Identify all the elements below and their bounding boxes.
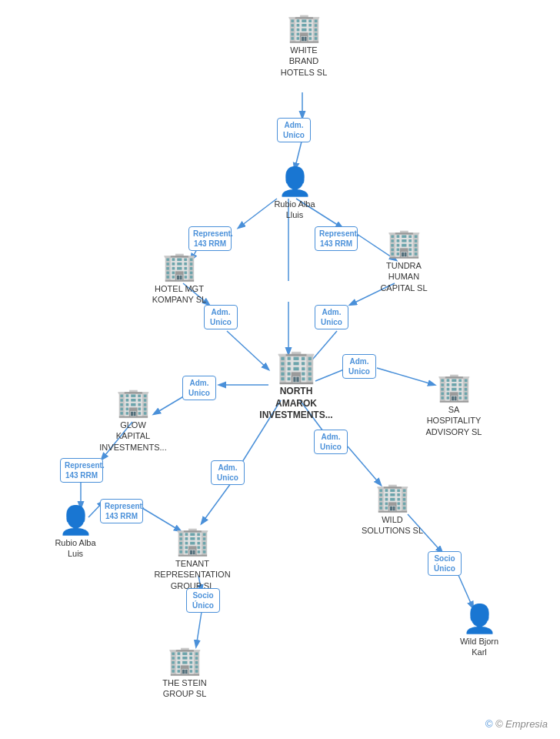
sa-hospitality-label: SA HOSPITALITY ADVISORY SL — [426, 404, 482, 437]
tundra-node: 🏢 TUNDRA HUMAN CAPITAL SL — [365, 229, 442, 293]
white-brand-node: 🏢 WHITE BRAND HOTELS SL — [269, 14, 338, 78]
socio-unico-badge-1: Socio Único — [428, 551, 462, 576]
tenant-rep-node: 🏢 TENANT REPRESENTATION GROUP SL — [150, 527, 235, 591]
white-brand-label: WHITE BRAND HOTELS SL — [281, 45, 328, 78]
wild-solutions-icon: 🏢 — [375, 483, 410, 511]
tenant-rep-label: TENANT REPRESENTATION GROUP SL — [154, 558, 230, 591]
svg-line-25 — [196, 612, 202, 647]
adm-unico-badge-1: Adm. Unico — [277, 118, 311, 142]
watermark: © © Empresia — [485, 718, 548, 730]
copyright-icon: © — [485, 718, 493, 730]
tenant-rep-icon: 🏢 — [175, 527, 210, 555]
north-amarok-label: NORTH AMAROK INVESTMENTS... — [259, 386, 332, 422]
hotel-mgt-node: 🏢 HOTEL MGT KOMPANY SL — [145, 252, 214, 306]
sa-hospitality-node: 🏢 SA HOSPITALITY ADVISORY SL — [415, 373, 492, 437]
glow-kapital-node: 🏢 GLOW KAPITAL INVESTMENTS... — [98, 389, 168, 453]
white-brand-icon: 🏢 — [287, 14, 322, 42]
watermark-text: © Empresia — [495, 718, 548, 730]
represent-143-badge-3: Represent. 143 RRM — [60, 458, 103, 483]
rubio-alba-top-label: Rubio Alba Lluis — [274, 199, 315, 221]
adm-unico-badge-5: Adm. Unico — [342, 354, 376, 379]
north-amarok-node: 🏢 NORTH AMAROK INVESTMENTS... — [254, 350, 338, 422]
wild-bjorn-icon: 👤 — [462, 605, 497, 633]
adm-unico-badge-2: Adm. Unico — [204, 305, 238, 329]
rubio-alba-bot-node: 👤 Rubio Alba Luis — [45, 507, 106, 560]
svg-line-19 — [202, 483, 231, 523]
adm-unico-badge-3: Adm. Unico — [315, 305, 348, 329]
diagram-container: 🏢 WHITE BRAND HOTELS SL 👤 Rubio Alba Llu… — [0, 0, 560, 739]
sa-hospitality-icon: 🏢 — [437, 373, 472, 401]
adm-unico-badge-6: Adm. Unico — [314, 430, 348, 454]
represent-143-badge-1: Represent. 143 RRM — [188, 226, 232, 251]
rubio-alba-bot-label: Rubio Alba Luis — [55, 537, 95, 560]
rubio-alba-top-icon: 👤 — [278, 168, 312, 196]
glow-kapital-icon: 🏢 — [116, 389, 151, 416]
rubio-alba-top-node: 👤 Rubio Alba Lluis — [260, 168, 329, 221]
tundra-icon: 🏢 — [387, 229, 422, 257]
socio-unico-badge-2: Socio Único — [186, 588, 220, 613]
wild-bjorn-label: Wild Bjorn Karl — [460, 636, 498, 658]
wild-bjorn-node: 👤 Wild Bjorn Karl — [445, 605, 514, 658]
adm-unico-badge-7: Adm. Unico — [211, 460, 245, 485]
rubio-alba-bot-icon: 👤 — [58, 507, 93, 534]
represent-143-badge-2: Represent. 143 RRM — [315, 226, 358, 251]
stein-group-node: 🏢 THE STEIN GROUP SL — [150, 647, 219, 700]
north-amarok-icon: 🏢 — [276, 350, 316, 383]
hotel-mgt-icon: 🏢 — [162, 252, 197, 280]
stein-group-label: THE STEIN GROUP SL — [162, 677, 206, 700]
svg-line-1 — [295, 139, 302, 169]
stein-group-icon: 🏢 — [168, 647, 202, 674]
wild-solutions-node: 🏢 WILD SOLUTIONS SL — [354, 483, 431, 537]
hotel-mgt-label: HOTEL MGT KOMPANY SL — [152, 283, 207, 306]
wild-solutions-label: WILD SOLUTIONS SL — [362, 514, 423, 537]
glow-kapital-label: GLOW KAPITAL INVESTMENTS... — [99, 420, 166, 453]
tundra-label: TUNDRA HUMAN CAPITAL SL — [380, 260, 427, 293]
adm-unico-badge-4: Adm. Unico — [182, 376, 216, 400]
represent-143-badge-4: Represent. 143 RRM — [100, 499, 143, 523]
svg-line-17 — [348, 446, 381, 485]
